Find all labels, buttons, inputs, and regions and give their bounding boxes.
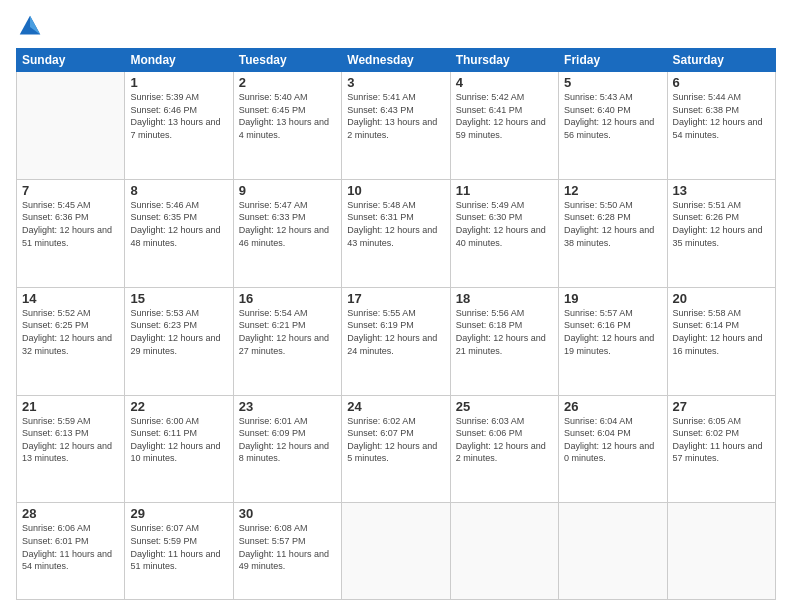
- day-info: Sunrise: 5:48 AM Sunset: 6:31 PM Dayligh…: [347, 199, 444, 249]
- calendar-cell: 17 Sunrise: 5:55 AM Sunset: 6:19 PM Dayl…: [342, 287, 450, 395]
- day-number: 27: [673, 399, 770, 414]
- day-info: Sunrise: 6:01 AM Sunset: 6:09 PM Dayligh…: [239, 415, 336, 465]
- calendar-cell: 11 Sunrise: 5:49 AM Sunset: 6:30 PM Dayl…: [450, 179, 558, 287]
- calendar-cell: 26 Sunrise: 6:04 AM Sunset: 6:04 PM Dayl…: [559, 395, 667, 503]
- day-number: 18: [456, 291, 553, 306]
- day-number: 24: [347, 399, 444, 414]
- calendar-cell: 18 Sunrise: 5:56 AM Sunset: 6:18 PM Dayl…: [450, 287, 558, 395]
- calendar-cell: 25 Sunrise: 6:03 AM Sunset: 6:06 PM Dayl…: [450, 395, 558, 503]
- calendar-cell: 6 Sunrise: 5:44 AM Sunset: 6:38 PM Dayli…: [667, 72, 775, 180]
- day-info: Sunrise: 5:47 AM Sunset: 6:33 PM Dayligh…: [239, 199, 336, 249]
- page: SundayMondayTuesdayWednesdayThursdayFrid…: [0, 0, 792, 612]
- weekday-header-monday: Monday: [125, 49, 233, 72]
- day-info: Sunrise: 5:44 AM Sunset: 6:38 PM Dayligh…: [673, 91, 770, 141]
- day-info: Sunrise: 6:00 AM Sunset: 6:11 PM Dayligh…: [130, 415, 227, 465]
- week-row-1: 1 Sunrise: 5:39 AM Sunset: 6:46 PM Dayli…: [17, 72, 776, 180]
- calendar-cell: 24 Sunrise: 6:02 AM Sunset: 6:07 PM Dayl…: [342, 395, 450, 503]
- day-number: 6: [673, 75, 770, 90]
- day-info: Sunrise: 6:07 AM Sunset: 5:59 PM Dayligh…: [130, 522, 227, 572]
- calendar-cell: [17, 72, 125, 180]
- day-info: Sunrise: 6:08 AM Sunset: 5:57 PM Dayligh…: [239, 522, 336, 572]
- day-number: 11: [456, 183, 553, 198]
- week-row-2: 7 Sunrise: 5:45 AM Sunset: 6:36 PM Dayli…: [17, 179, 776, 287]
- day-number: 25: [456, 399, 553, 414]
- day-number: 22: [130, 399, 227, 414]
- day-number: 15: [130, 291, 227, 306]
- calendar-cell: 30 Sunrise: 6:08 AM Sunset: 5:57 PM Dayl…: [233, 503, 341, 600]
- calendar-cell: 7 Sunrise: 5:45 AM Sunset: 6:36 PM Dayli…: [17, 179, 125, 287]
- weekday-header-tuesday: Tuesday: [233, 49, 341, 72]
- day-number: 8: [130, 183, 227, 198]
- day-info: Sunrise: 6:02 AM Sunset: 6:07 PM Dayligh…: [347, 415, 444, 465]
- calendar-cell: [342, 503, 450, 600]
- calendar-cell: 22 Sunrise: 6:00 AM Sunset: 6:11 PM Dayl…: [125, 395, 233, 503]
- calendar-cell: 1 Sunrise: 5:39 AM Sunset: 6:46 PM Dayli…: [125, 72, 233, 180]
- day-info: Sunrise: 5:41 AM Sunset: 6:43 PM Dayligh…: [347, 91, 444, 141]
- day-number: 28: [22, 506, 119, 521]
- calendar-cell: 27 Sunrise: 6:05 AM Sunset: 6:02 PM Dayl…: [667, 395, 775, 503]
- day-number: 10: [347, 183, 444, 198]
- weekday-header-saturday: Saturday: [667, 49, 775, 72]
- day-info: Sunrise: 5:39 AM Sunset: 6:46 PM Dayligh…: [130, 91, 227, 141]
- day-number: 5: [564, 75, 661, 90]
- day-info: Sunrise: 5:42 AM Sunset: 6:41 PM Dayligh…: [456, 91, 553, 141]
- day-number: 4: [456, 75, 553, 90]
- day-number: 30: [239, 506, 336, 521]
- day-info: Sunrise: 5:53 AM Sunset: 6:23 PM Dayligh…: [130, 307, 227, 357]
- calendar-cell: 3 Sunrise: 5:41 AM Sunset: 6:43 PM Dayli…: [342, 72, 450, 180]
- day-number: 21: [22, 399, 119, 414]
- calendar-cell: [450, 503, 558, 600]
- calendar-cell: 9 Sunrise: 5:47 AM Sunset: 6:33 PM Dayli…: [233, 179, 341, 287]
- day-info: Sunrise: 6:05 AM Sunset: 6:02 PM Dayligh…: [673, 415, 770, 465]
- header: [16, 12, 776, 40]
- day-number: 12: [564, 183, 661, 198]
- day-info: Sunrise: 5:58 AM Sunset: 6:14 PM Dayligh…: [673, 307, 770, 357]
- day-info: Sunrise: 5:52 AM Sunset: 6:25 PM Dayligh…: [22, 307, 119, 357]
- logo-icon: [16, 12, 44, 40]
- day-number: 14: [22, 291, 119, 306]
- day-number: 20: [673, 291, 770, 306]
- day-info: Sunrise: 5:59 AM Sunset: 6:13 PM Dayligh…: [22, 415, 119, 465]
- day-info: Sunrise: 5:54 AM Sunset: 6:21 PM Dayligh…: [239, 307, 336, 357]
- day-number: 9: [239, 183, 336, 198]
- calendar-cell: 13 Sunrise: 5:51 AM Sunset: 6:26 PM Dayl…: [667, 179, 775, 287]
- week-row-4: 21 Sunrise: 5:59 AM Sunset: 6:13 PM Dayl…: [17, 395, 776, 503]
- calendar-cell: [559, 503, 667, 600]
- day-number: 17: [347, 291, 444, 306]
- day-number: 29: [130, 506, 227, 521]
- day-info: Sunrise: 6:03 AM Sunset: 6:06 PM Dayligh…: [456, 415, 553, 465]
- calendar-cell: 28 Sunrise: 6:06 AM Sunset: 6:01 PM Dayl…: [17, 503, 125, 600]
- calendar-cell: 2 Sunrise: 5:40 AM Sunset: 6:45 PM Dayli…: [233, 72, 341, 180]
- day-info: Sunrise: 5:46 AM Sunset: 6:35 PM Dayligh…: [130, 199, 227, 249]
- weekday-header-friday: Friday: [559, 49, 667, 72]
- weekday-header-wednesday: Wednesday: [342, 49, 450, 72]
- day-number: 1: [130, 75, 227, 90]
- day-info: Sunrise: 6:04 AM Sunset: 6:04 PM Dayligh…: [564, 415, 661, 465]
- calendar-cell: [667, 503, 775, 600]
- day-info: Sunrise: 5:56 AM Sunset: 6:18 PM Dayligh…: [456, 307, 553, 357]
- calendar-cell: 8 Sunrise: 5:46 AM Sunset: 6:35 PM Dayli…: [125, 179, 233, 287]
- weekday-header-row: SundayMondayTuesdayWednesdayThursdayFrid…: [17, 49, 776, 72]
- day-number: 26: [564, 399, 661, 414]
- day-info: Sunrise: 5:51 AM Sunset: 6:26 PM Dayligh…: [673, 199, 770, 249]
- day-number: 16: [239, 291, 336, 306]
- day-info: Sunrise: 5:50 AM Sunset: 6:28 PM Dayligh…: [564, 199, 661, 249]
- day-info: Sunrise: 5:45 AM Sunset: 6:36 PM Dayligh…: [22, 199, 119, 249]
- day-number: 3: [347, 75, 444, 90]
- day-number: 7: [22, 183, 119, 198]
- calendar-cell: 23 Sunrise: 6:01 AM Sunset: 6:09 PM Dayl…: [233, 395, 341, 503]
- day-info: Sunrise: 5:40 AM Sunset: 6:45 PM Dayligh…: [239, 91, 336, 141]
- week-row-5: 28 Sunrise: 6:06 AM Sunset: 6:01 PM Dayl…: [17, 503, 776, 600]
- calendar-cell: 5 Sunrise: 5:43 AM Sunset: 6:40 PM Dayli…: [559, 72, 667, 180]
- calendar-cell: 4 Sunrise: 5:42 AM Sunset: 6:41 PM Dayli…: [450, 72, 558, 180]
- day-info: Sunrise: 5:55 AM Sunset: 6:19 PM Dayligh…: [347, 307, 444, 357]
- calendar-table: SundayMondayTuesdayWednesdayThursdayFrid…: [16, 48, 776, 600]
- calendar-cell: 20 Sunrise: 5:58 AM Sunset: 6:14 PM Dayl…: [667, 287, 775, 395]
- weekday-header-thursday: Thursday: [450, 49, 558, 72]
- calendar-cell: 14 Sunrise: 5:52 AM Sunset: 6:25 PM Dayl…: [17, 287, 125, 395]
- day-number: 23: [239, 399, 336, 414]
- week-row-3: 14 Sunrise: 5:52 AM Sunset: 6:25 PM Dayl…: [17, 287, 776, 395]
- calendar-cell: 16 Sunrise: 5:54 AM Sunset: 6:21 PM Dayl…: [233, 287, 341, 395]
- calendar-cell: 10 Sunrise: 5:48 AM Sunset: 6:31 PM Dayl…: [342, 179, 450, 287]
- day-info: Sunrise: 6:06 AM Sunset: 6:01 PM Dayligh…: [22, 522, 119, 572]
